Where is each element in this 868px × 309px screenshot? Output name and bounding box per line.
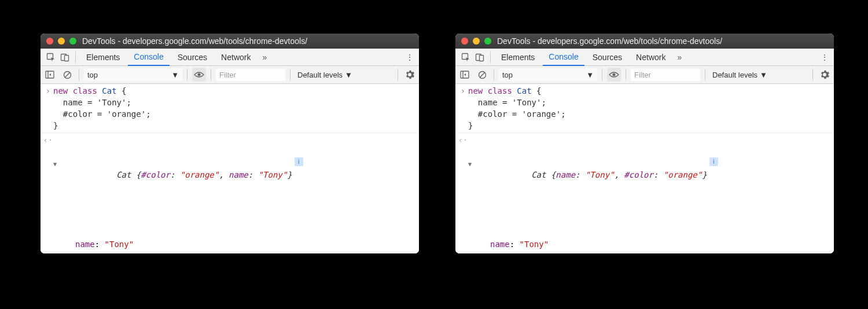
object-properties: name: "Tony" #color: "orange" __proto__:… (468, 215, 830, 253)
window-title: DevTools - developers.google.com/web/too… (497, 36, 722, 46)
property-row[interactable]: name: "Tony" (483, 238, 830, 250)
devtools-window-right: DevTools - developers.google.com/web/too… (455, 34, 834, 253)
svg-point-13 (613, 73, 616, 76)
tab-elements[interactable]: Elements (495, 49, 540, 66)
prompt-icon: › (43, 85, 53, 131)
expand-icon[interactable] (53, 157, 57, 170)
output-content: Cat {name: "Tony", #color: "orange"} i n… (468, 134, 830, 253)
devtools-tabbar: Elements Console Sources Network » ⋮ (455, 49, 834, 66)
separator (79, 69, 79, 80)
svg-line-5 (65, 72, 69, 77)
titlebar[interactable]: DevTools - developers.google.com/web/too… (455, 34, 834, 49)
device-mode-icon[interactable] (474, 52, 486, 63)
tabs-overflow-icon[interactable]: » (674, 53, 685, 62)
object-summary[interactable]: Cat {name: "Tony", #color: "orange"} i (468, 157, 830, 192)
tab-network[interactable]: Network (630, 49, 671, 66)
filter-input[interactable] (631, 69, 700, 81)
console-body[interactable]: › new class Cat { name = 'Tony'; #color … (455, 84, 834, 253)
object-summary[interactable]: Cat {#color: "orange", name: "Tony"} i (53, 157, 415, 192)
log-levels-select[interactable]: Default levels ▼ (295, 71, 355, 79)
levels-label: Default levels (297, 71, 343, 79)
svg-line-12 (480, 72, 484, 77)
close-button[interactable] (461, 38, 468, 45)
maximize-button[interactable] (69, 38, 76, 45)
console-input-row: › new class Cat { name = 'Tony'; #color … (455, 84, 834, 133)
object-properties: name: "Tony" __proto__: Object (53, 215, 415, 253)
live-expression-icon[interactable] (192, 68, 206, 82)
console-sidebar-toggle-icon[interactable] (43, 68, 57, 82)
info-icon[interactable]: i (295, 157, 303, 166)
context-label: top (87, 71, 98, 79)
console-input-code: new class Cat { name = 'Tony'; #color = … (468, 85, 830, 131)
log-levels-select[interactable]: Default levels ▼ (710, 71, 770, 79)
console-input-row: › new class Cat { name = 'Tony'; #color … (41, 84, 419, 133)
device-mode-icon[interactable] (59, 52, 71, 63)
separator (490, 52, 491, 63)
clear-console-icon[interactable] (475, 68, 489, 82)
property-row[interactable]: name: "Tony" (68, 238, 415, 250)
return-icon: ‹· (43, 134, 53, 253)
chevron-down-icon: ▼ (586, 71, 594, 79)
maximize-button[interactable] (484, 38, 491, 45)
svg-rect-9 (480, 55, 484, 61)
inspect-icon[interactable] (45, 52, 57, 63)
tab-sources[interactable]: Sources (172, 49, 213, 66)
svg-rect-2 (65, 55, 69, 61)
chevron-down-icon: ▼ (345, 71, 352, 79)
chevron-down-icon: ▼ (760, 71, 767, 79)
filter-input[interactable] (216, 69, 285, 81)
tab-console[interactable]: Console (128, 49, 169, 66)
console-output-row: ‹· Cat {name: "Tony", #color: "orange"} … (455, 133, 834, 253)
inspect-icon[interactable] (460, 52, 472, 63)
tab-console[interactable]: Console (543, 49, 584, 66)
console-toolbar: top ▼ Default levels ▼ (41, 66, 419, 84)
separator (705, 69, 705, 80)
return-icon: ‹· (458, 134, 468, 253)
minimize-button[interactable] (58, 38, 65, 45)
separator (290, 69, 290, 80)
separator (398, 69, 398, 80)
separator (602, 69, 602, 80)
tab-elements[interactable]: Elements (80, 49, 126, 66)
devtools-window-left: DevTools - developers.google.com/web/too… (41, 34, 419, 253)
live-expression-icon[interactable] (607, 68, 621, 82)
close-button[interactable] (46, 38, 53, 45)
titlebar[interactable]: DevTools - developers.google.com/web/too… (41, 34, 419, 49)
window-title: DevTools - developers.google.com/web/too… (82, 36, 307, 46)
tab-sources[interactable]: Sources (587, 49, 628, 66)
tabs-overflow-icon[interactable]: » (259, 53, 270, 62)
separator (494, 69, 494, 80)
console-output-row: ‹· Cat {#color: "orange", name: "Tony"} … (41, 133, 419, 253)
console-sidebar-toggle-icon[interactable] (458, 68, 472, 82)
traffic-lights (461, 38, 491, 45)
separator (75, 52, 76, 63)
separator (626, 69, 626, 80)
devtools-menu-icon[interactable]: ⋮ (821, 53, 829, 62)
console-settings-icon[interactable] (403, 68, 417, 82)
console-toolbar: top ▼ Default levels ▼ (455, 66, 834, 84)
separator (187, 69, 187, 80)
separator (211, 69, 211, 80)
output-content: Cat {#color: "orange", name: "Tony"} i n… (53, 134, 415, 253)
info-icon[interactable]: i (709, 157, 718, 166)
tab-network[interactable]: Network (215, 49, 256, 66)
console-input-code: new class Cat { name = 'Tony'; #color = … (53, 85, 415, 131)
minimize-button[interactable] (473, 38, 480, 45)
execution-context-select[interactable]: top ▼ (499, 68, 597, 81)
prompt-icon: › (458, 85, 468, 131)
execution-context-select[interactable]: top ▼ (84, 68, 182, 81)
console-settings-icon[interactable] (818, 68, 832, 82)
devtools-tabbar: Elements Console Sources Network » ⋮ (41, 49, 419, 66)
console-body[interactable]: › new class Cat { name = 'Tony'; #color … (41, 84, 419, 253)
context-label: top (502, 71, 513, 79)
expand-icon[interactable] (468, 157, 472, 170)
levels-label: Default levels (712, 71, 757, 79)
separator (812, 69, 813, 80)
devtools-menu-icon[interactable]: ⋮ (406, 53, 414, 62)
traffic-lights (46, 38, 76, 45)
chevron-down-icon: ▼ (171, 71, 179, 79)
svg-point-6 (198, 73, 201, 76)
clear-console-icon[interactable] (60, 68, 74, 82)
